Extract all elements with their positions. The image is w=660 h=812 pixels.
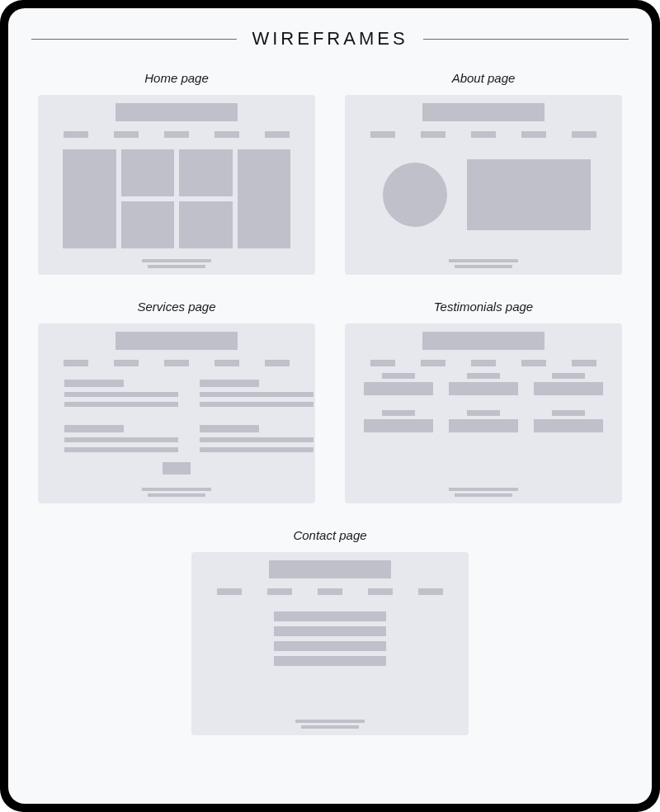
testimonial-name [382,410,415,416]
wireframe-label-testimonials: Testimonials page [345,300,622,314]
service-text-line [200,392,314,397]
nav-link [114,131,139,138]
testimonial-item [532,373,604,395]
footer-line [142,488,211,491]
wireframe-grid: Home page [31,71,629,735]
nav-link [318,588,342,595]
wireframe-label-about: About page [345,71,622,85]
image-tile [179,201,233,248]
nav-link [471,360,496,366]
logo-placeholder [116,332,238,350]
nav-link [265,360,290,366]
home-tile-col [179,149,233,248]
testimonial-quote [534,382,603,395]
wireframe-card-services: Services page [38,300,315,503]
nav-link [214,360,239,366]
text-block-placeholder [467,159,591,230]
testimonial-quote [449,382,518,395]
service-text-line [64,437,178,442]
document-frame: WIREFRAMES Home page [0,0,660,812]
wireframe-label-home: Home page [38,71,315,85]
logo-placeholder [422,103,544,121]
wireframe-label-services: Services page [38,300,315,314]
service-text-line [200,437,314,442]
service-column [64,380,180,452]
service-heading [64,380,124,387]
footer-placeholder [142,259,211,268]
image-tile [121,149,175,196]
nav-link [521,131,546,138]
service-heading [64,425,124,432]
image-tile [179,149,233,196]
footer-line [295,720,365,723]
footer-placeholder [449,259,518,268]
nav-row [345,131,622,138]
wireframe-canvas-home [38,95,315,275]
image-tile [63,149,116,248]
testimonial-name [467,373,500,379]
testimonial-name [552,410,585,416]
nav-link [64,360,88,366]
logo-placeholder [422,332,544,350]
nav-link [572,360,596,366]
testimonial-quote [364,382,433,395]
avatar-placeholder [383,163,447,227]
footer-placeholder [295,720,365,729]
testimonial-name [382,373,415,379]
testimonial-item [448,373,520,395]
testimonial-quote [449,419,518,432]
footer-line [301,725,359,729]
nav-link [217,588,242,595]
footer-line [142,259,211,262]
footer-line [455,265,512,268]
contact-form [274,611,386,666]
image-tile [238,149,291,248]
page-canvas: WIREFRAMES Home page [8,8,652,804]
testimonial-item [363,373,435,395]
wireframe-card-contact: Contact page [191,528,469,735]
logo-placeholder [116,103,238,121]
divider-left [31,39,237,40]
image-tile [121,201,175,248]
service-text-line [64,392,178,397]
spacer [200,412,315,420]
wireframe-card-about: About page [345,71,622,275]
nav-row [38,360,315,366]
home-tile-col [238,149,291,248]
nav-link [64,131,88,138]
testimonial-item [363,410,435,432]
nav-link [370,131,395,138]
nav-link [267,588,292,595]
nav-link [164,131,189,138]
nav-row [345,360,622,366]
logo-placeholder [269,560,391,578]
footer-placeholder [449,488,518,497]
testimonial-name [552,373,585,379]
nav-link [370,360,395,366]
form-field-placeholder [274,656,386,666]
page-title: WIREFRAMES [252,28,408,50]
wireframe-canvas-contact [191,552,469,735]
footer-line [455,493,512,497]
nav-link [572,131,596,138]
form-field-placeholder [274,626,386,636]
nav-link [114,360,139,366]
service-column [200,380,315,452]
wireframe-card-testimonials: Testimonials page [345,300,622,503]
wireframe-canvas-services [38,323,315,503]
nav-link [214,131,239,138]
service-text-line [64,447,178,452]
cta-button-placeholder [163,462,191,474]
footer-line [449,259,518,262]
home-tile-col [63,149,116,248]
home-tile-col [121,149,175,248]
wireframe-canvas-testimonials [345,323,622,503]
service-text-line [200,402,314,407]
nav-row [191,588,469,595]
home-grid [63,149,290,248]
spacer [64,412,180,420]
nav-link [421,131,446,138]
form-field-placeholder [274,641,386,651]
footer-placeholder [142,488,211,497]
nav-link [265,131,290,138]
